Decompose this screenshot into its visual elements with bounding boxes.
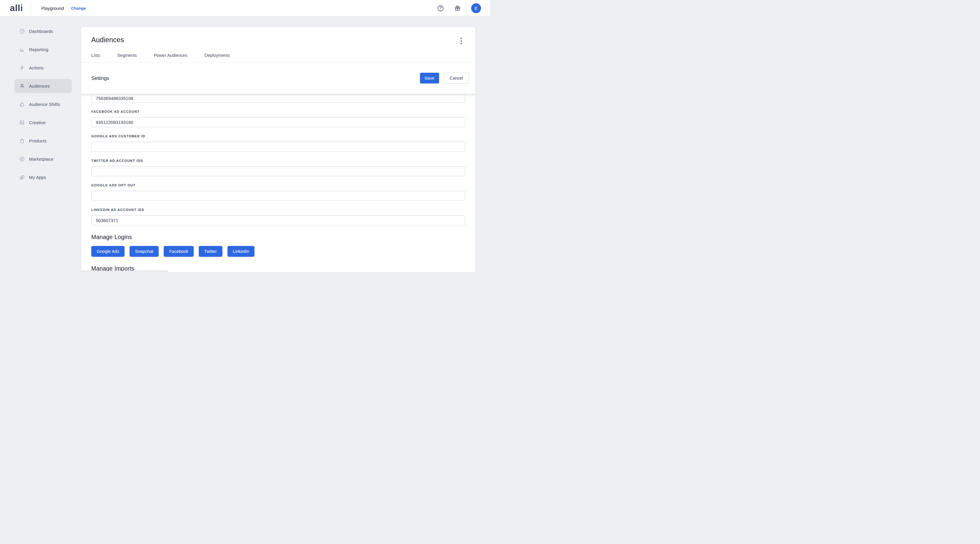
twitter-ad-account-ids-label: TWITTER AD ACCOUNT IDS — [91, 159, 465, 162]
sidebar-item-label: Audience Shifts — [29, 102, 60, 107]
account-id-input[interactable] — [91, 94, 465, 103]
user-avatar[interactable]: E — [471, 3, 481, 13]
twitter-login-button[interactable]: Twitter — [199, 246, 223, 257]
horizontal-scrollbar-thumb[interactable] — [80, 271, 169, 272]
google-ads-customer-id-label: GOOGLE ADS CUSTOMER ID — [91, 134, 465, 138]
workspace-name: Playground — [41, 6, 64, 11]
linkedin-login-button[interactable]: LinkedIn — [228, 246, 255, 257]
tab-lists[interactable]: Lists — [91, 53, 100, 62]
sidebar-item-label: Products — [29, 138, 47, 143]
sidebar-item-creative[interactable]: Creative — [14, 116, 72, 130]
audiences-panel: Audiences Lists Segments Power Audiences… — [81, 27, 475, 272]
app-screen: alli Playground Change E — [0, 0, 490, 272]
sidebar-nav: Dashboards Reporting Actions — [0, 16, 81, 272]
sidebar-item-label: Dashboards — [29, 29, 53, 34]
facebook-ad-account-label: FACEBOOK AD ACCOUNT — [91, 110, 465, 113]
manage-logins-heading: Manage Logins — [91, 234, 465, 240]
sidebar-item-my-apps[interactable]: My Apps — [14, 170, 72, 185]
settings-toolbar: Settings Save Cancel — [81, 62, 475, 94]
sidebar-item-label: Marketplace — [29, 157, 53, 162]
change-workspace-link[interactable]: Change — [71, 6, 86, 11]
google-ads-opt-out-input[interactable] — [91, 191, 465, 201]
lightning-icon — [19, 65, 25, 71]
sidebar-item-products[interactable]: Products — [14, 134, 72, 148]
top-nav-bar: alli Playground Change E — [0, 0, 490, 16]
snapchat-login-button[interactable]: Snapchat — [130, 246, 159, 257]
alli-logo[interactable]: alli — [10, 3, 23, 13]
sidebar-item-marketplace[interactable]: Marketplace — [14, 152, 72, 166]
sidebar-item-label: Audiences — [29, 84, 50, 89]
save-button[interactable]: Save — [420, 73, 439, 83]
settings-form: FACEBOOK AD ACCOUNT GOOGLE ADS CUSTOMER … — [81, 94, 475, 272]
tab-bar: Lists Segments Power Audiences Deploymen… — [81, 53, 475, 62]
twitter-ad-account-ids-input[interactable] — [91, 166, 465, 176]
settings-heading: Settings — [91, 75, 420, 81]
manage-logins-row: Google Ads Snapchat Facebook Twitter Lin… — [91, 246, 465, 257]
linkedin-ad-account-ids-input[interactable] — [91, 215, 465, 225]
tab-power-audiences[interactable]: Power Audiences — [154, 53, 188, 62]
sidebar-item-audience-shifts[interactable]: Audience Shifts — [14, 97, 72, 111]
sidebar-item-label: My Apps — [29, 175, 46, 180]
google-ads-opt-out-label: GOOGLE ADS OPT OUT — [91, 183, 465, 187]
apps-grid-icon — [19, 175, 25, 180]
image-icon — [19, 120, 25, 126]
google-ads-login-button[interactable]: Google Ads — [91, 246, 124, 257]
panel-header: Audiences — [81, 27, 475, 45]
facebook-ad-account-input[interactable] — [91, 117, 465, 127]
help-icon[interactable] — [437, 5, 444, 12]
facebook-login-button[interactable]: Facebook — [164, 246, 194, 257]
sidebar-item-label: Creative — [29, 120, 46, 125]
sidebar-item-reporting[interactable]: Reporting — [14, 43, 72, 57]
cancel-button[interactable]: Cancel — [444, 73, 469, 83]
google-ads-customer-id-input[interactable] — [91, 142, 465, 152]
shopping-bag-icon — [19, 138, 25, 144]
tab-segments[interactable]: Segments — [117, 53, 137, 62]
sidebar-item-label: Reporting — [29, 47, 48, 52]
linkedin-ad-account-ids-label: LINKEDIN AD ACCOUNT IDS — [91, 208, 465, 212]
sidebar-item-audiences[interactable]: Audiences — [14, 79, 72, 93]
kebab-menu-icon[interactable] — [457, 37, 465, 45]
person-icon — [19, 83, 25, 89]
sidebar-item-label: Actions — [29, 65, 44, 70]
page-title: Audiences — [91, 36, 124, 44]
sidebar-item-actions[interactable]: Actions — [14, 61, 72, 75]
sidebar-item-dashboards[interactable]: Dashboards — [14, 24, 72, 38]
tab-deployments[interactable]: Deployments — [204, 53, 230, 62]
bar-chart-icon — [19, 47, 25, 52]
thumbs-up-icon — [19, 102, 25, 107]
gift-icon[interactable] — [454, 5, 461, 12]
compass-icon — [19, 156, 25, 162]
gauge-icon — [19, 29, 25, 34]
